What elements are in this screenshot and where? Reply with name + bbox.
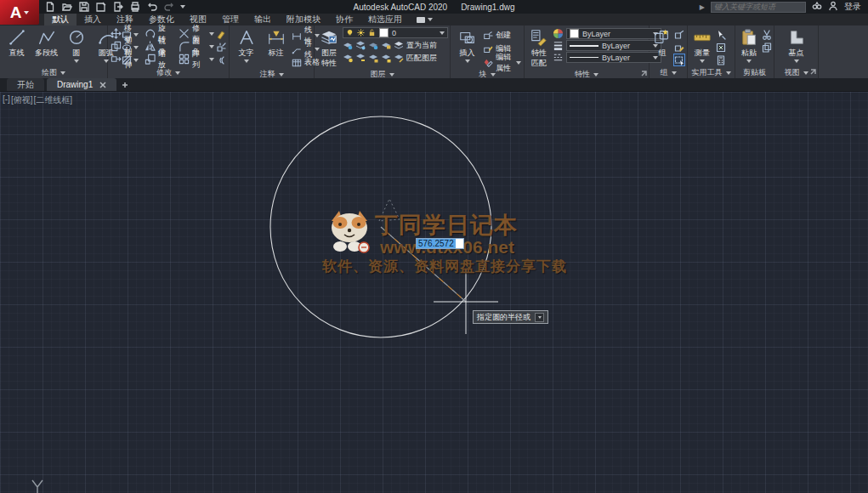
drawing-canvas[interactable]: [-] [俯视] [二维线框] 丁同学日记本 www.dtxx06.net 软件… — [0, 92, 868, 493]
print-icon[interactable] — [129, 1, 140, 12]
layer-select[interactable]: 0 — [343, 27, 448, 38]
tool-array[interactable]: 阵列 — [179, 53, 214, 65]
new-file-icon[interactable] — [44, 1, 55, 12]
tool-group[interactable]: 组 — [652, 27, 672, 59]
app-logo[interactable]: A — [0, 0, 39, 25]
redo-icon[interactable] — [163, 1, 174, 12]
tool-paste[interactable]: 粘贴 — [738, 27, 760, 63]
save-icon[interactable] — [78, 1, 89, 12]
layer-unlock-icon[interactable] — [368, 53, 378, 63]
tool-match-properties[interactable]: 特性 匹配 — [527, 27, 551, 69]
layer-off-icon[interactable] — [343, 40, 353, 50]
new-tab-button[interactable] — [119, 78, 131, 91]
tool-create-block[interactable]: 创建 — [483, 29, 521, 42]
tool-quick-select[interactable] — [716, 29, 726, 40]
layer-unisolate-icon[interactable] — [381, 53, 391, 63]
object-color-select[interactable]: ByLayer — [566, 28, 661, 39]
tool-cut[interactable] — [762, 29, 772, 40]
measure-dropdown-icon[interactable] — [700, 60, 705, 63]
tool-measure[interactable]: 测量 — [690, 27, 714, 63]
panel-draw-title[interactable]: 绘图 — [0, 67, 107, 78]
tool-group-selection[interactable] — [674, 54, 684, 65]
tool-dimension[interactable]: 标注 — [262, 27, 290, 59]
panel-modify-title[interactable]: 修改 — [108, 67, 229, 78]
search-expand-icon[interactable]: ▶ — [700, 3, 705, 11]
tool-erase[interactable] — [216, 29, 226, 40]
set-current-button[interactable]: 置为当前 — [406, 40, 437, 51]
ribbon-display-toggle[interactable] — [410, 14, 440, 26]
export-icon[interactable] — [112, 1, 123, 12]
linetype-select[interactable]: ByLayer — [566, 52, 661, 63]
color-wheel-icon[interactable] — [553, 28, 564, 39]
layer-freeze-icon[interactable] — [355, 40, 366, 50]
properties-dialog-launcher-icon[interactable] — [641, 70, 647, 78]
user-icon[interactable] — [828, 1, 838, 13]
panel-group-title[interactable]: 组 — [650, 67, 687, 78]
circle-dropdown-icon[interactable] — [74, 60, 79, 63]
tool-offset[interactable] — [216, 54, 226, 65]
panel-clipboard: 粘贴 剪贴板 — [735, 26, 774, 78]
undo-icon[interactable] — [146, 1, 157, 12]
tool-scale[interactable]: 缩放 — [145, 53, 173, 65]
viewport-visual-style-control[interactable]: [二维线框] — [33, 94, 72, 106]
file-tab-drawing1[interactable]: Drawing1 — [47, 78, 116, 91]
insert-dropdown-icon[interactable] — [465, 60, 470, 63]
panel-view-title[interactable]: 视图 — [774, 67, 818, 78]
ribbon-empty-space — [819, 26, 868, 78]
tool-copy-clip[interactable] — [762, 42, 772, 53]
linetype-icon[interactable] — [553, 52, 564, 63]
tool-calculator[interactable] — [716, 54, 726, 65]
tool-base-point[interactable]: 基点 — [782, 27, 810, 63]
panel-clipboard-title[interactable]: 剪贴板 — [735, 67, 774, 78]
search-input[interactable] — [711, 2, 806, 13]
search-icon[interactable] — [812, 1, 822, 13]
tool-line[interactable]: 直线 — [3, 27, 31, 59]
lineweight-icon[interactable] — [553, 40, 564, 51]
tool-insert-block[interactable]: 插入 — [453, 27, 481, 63]
close-tab-icon[interactable] — [99, 82, 106, 88]
layer-color-swatch — [379, 28, 389, 37]
view-dialog-launcher-icon[interactable] — [810, 68, 816, 76]
tool-stretch[interactable]: 拉伸 — [111, 53, 139, 65]
save-as-icon[interactable] — [95, 1, 106, 12]
viewport-view-control[interactable]: [俯视] — [11, 94, 33, 106]
tool-circle[interactable]: 圆 — [62, 27, 90, 63]
tool-ungroup[interactable] — [674, 29, 684, 40]
prompt-options-icon[interactable] — [535, 313, 544, 322]
file-tab-bar: 开始 Drawing1 — [0, 78, 868, 92]
viewport-menu-control[interactable]: [-] — [3, 94, 10, 106]
tool-group-edit[interactable] — [674, 42, 684, 53]
tool-id-point[interactable] — [716, 42, 726, 53]
ribbon-tab-output[interactable]: 输出 — [247, 14, 279, 26]
panel-utilities-title[interactable]: 实用工具 — [688, 67, 735, 78]
paste-dropdown-icon[interactable] — [746, 60, 752, 63]
ribbon-tab-home[interactable]: 默认 — [44, 14, 77, 26]
match-layer-button[interactable]: 匹配图层 — [406, 53, 437, 64]
layer-isolate-icon[interactable] — [381, 40, 391, 50]
dynamic-input-field[interactable]: 576.2572 — [416, 238, 464, 249]
ribbon-tab-addins[interactable]: 附加模块 — [279, 14, 328, 26]
tool-polyline[interactable]: 多段线 — [32, 27, 60, 59]
signin-button[interactable]: 登录 — [844, 1, 861, 13]
ribbon-tab-insert[interactable]: 插入 — [77, 14, 109, 26]
layer-on-icon[interactable] — [343, 53, 353, 63]
qat-customize-icon[interactable] — [180, 5, 185, 8]
base-point-dropdown-icon[interactable] — [794, 60, 799, 63]
panel-utilities: 测量 实用工具 — [688, 26, 735, 78]
tool-text[interactable]: 文字 — [232, 27, 260, 63]
tool-edit-attributes[interactable]: 编辑属性 — [483, 56, 521, 69]
ribbon-tab-featured[interactable]: 精选应用 — [360, 14, 410, 26]
layer-properties-button[interactable]: 图层 特性 — [317, 27, 341, 69]
tool-explode[interactable] — [216, 42, 226, 53]
ribbon-tab-manage[interactable]: 管理 — [214, 14, 247, 26]
ribbon-tab-collaborate[interactable]: 协作 — [328, 14, 360, 26]
ribbon: 直线 多段线 圆 圆弧 — [0, 26, 868, 78]
open-file-icon[interactable] — [61, 1, 72, 12]
text-dropdown-icon[interactable] — [244, 60, 249, 63]
file-tab-start[interactable]: 开始 — [7, 78, 44, 91]
layer-lock-icon[interactable] — [368, 40, 378, 50]
layer-thaw-icon[interactable] — [355, 53, 366, 63]
lineweight-select[interactable]: ByLayer — [566, 40, 661, 51]
viewport-controls: [-] [俯视] [二维线框] — [3, 94, 73, 106]
crosshair-cursor — [434, 269, 498, 334]
